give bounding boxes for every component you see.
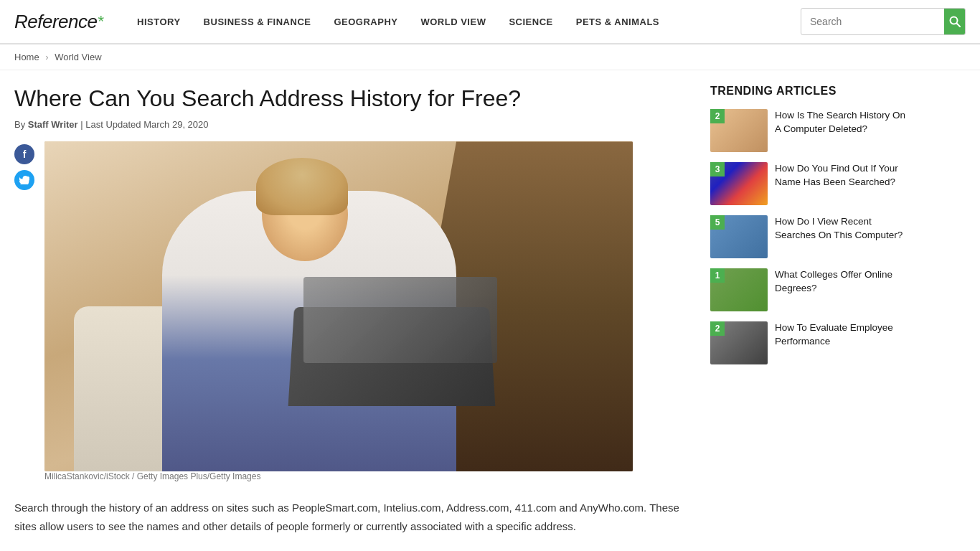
breadcrumb-home[interactable]: Home [14, 52, 39, 62]
trending-title: TRENDING ARTICLES [710, 85, 911, 98]
by-label: By [14, 119, 25, 130]
article-date: Last Updated March 29, 2020 [85, 119, 208, 130]
nav-science[interactable]: Science [497, 17, 564, 27]
nav-worldview[interactable]: World View [409, 17, 497, 27]
article-title: Where Can You Search Address History for… [14, 85, 689, 112]
article-image [44, 141, 633, 471]
twitter-icon [19, 176, 29, 184]
nav-history[interactable]: History [126, 17, 192, 27]
trending-list: 2 How Is The Search History On A Compute… [710, 109, 911, 364]
search-icon [949, 16, 961, 27]
article-meta: By Staff Writer | Last Updated March 29,… [14, 119, 689, 130]
article-area: Where Can You Search Address History for… [14, 85, 689, 535]
trending-text-4: What Colleges Offer Online Degrees? [775, 268, 911, 296]
image-caption: MilicaStankovic/iStock / Getty Images Pl… [44, 471, 689, 481]
trending-text-3: How Do I View Recent Searches On This Co… [775, 215, 911, 242]
main-layout: Where Can You Search Address History for… [0, 70, 980, 551]
article-body: Search through the history of an address… [14, 499, 689, 535]
trending-item-2[interactable]: 3 How Do You Find Out If Your Name Has B… [710, 162, 911, 205]
trending-text-1: How Is The Search History On A Computer … [775, 109, 911, 136]
svg-line-1 [956, 24, 960, 27]
trending-text-5: How To Evaluate Employee Performance [775, 321, 911, 349]
trending-badge-4: 1 [710, 268, 725, 283]
article-image-wrap: MilicaStankovic/iStock / Getty Images Pl… [44, 141, 689, 493]
trending-item-4[interactable]: 1 What Colleges Offer Online Degrees? [710, 268, 911, 311]
social-icons: f [14, 144, 34, 190]
trending-img-wrap-2: 3 [710, 162, 768, 205]
trending-badge-1: 2 [710, 109, 725, 123]
article-author: Staff Writer [28, 119, 78, 130]
trending-img-wrap-3: 5 [710, 215, 768, 258]
trending-text-2: How Do You Find Out If Your Name Has Bee… [775, 162, 911, 189]
nav-links: History Business & Finance Geography Wor… [126, 17, 801, 27]
trending-badge-2: 3 [710, 162, 725, 176]
breadcrumb: Home › World View [0, 44, 980, 70]
facebook-share-button[interactable]: f [14, 144, 34, 164]
trending-item-1[interactable]: 2 How Is The Search History On A Compute… [710, 109, 911, 152]
article-paragraph-1: Search through the history of an address… [14, 499, 689, 535]
trending-badge-5: 2 [710, 321, 725, 336]
nav-bar: Reference* History Business & Finance Ge… [0, 0, 980, 44]
trending-item-5[interactable]: 2 How To Evaluate Employee Performance [710, 321, 911, 364]
search-input[interactable] [801, 16, 944, 27]
trending-badge-3: 5 [710, 215, 725, 230]
nav-geography[interactable]: Geography [322, 17, 409, 27]
logo-text: Reference [14, 11, 97, 33]
search-button[interactable] [944, 8, 965, 35]
logo-asterisk: * [98, 12, 104, 31]
sidebar: TRENDING ARTICLES 2 How Is The Search Hi… [710, 85, 911, 535]
search-bar [801, 8, 966, 35]
nav-business[interactable]: Business & Finance [192, 17, 323, 27]
nav-pets[interactable]: Pets & Animals [565, 17, 671, 27]
breadcrumb-sep: › [45, 52, 48, 62]
trending-img-wrap-5: 2 [710, 321, 768, 364]
breadcrumb-current: World View [55, 52, 101, 62]
trending-img-wrap-4: 1 [710, 268, 768, 311]
facebook-icon: f [23, 149, 27, 160]
logo[interactable]: Reference* [14, 11, 104, 33]
trending-img-wrap-1: 2 [710, 109, 768, 152]
trending-item-3[interactable]: 5 How Do I View Recent Searches On This … [710, 215, 911, 258]
twitter-share-button[interactable] [14, 170, 34, 190]
